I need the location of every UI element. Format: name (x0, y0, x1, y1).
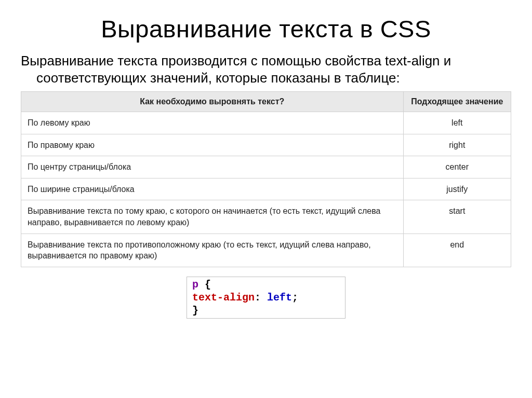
table-row: По центру страницы/блока center (21, 156, 511, 179)
intro-paragraph: Выравнивание текста производится с помощ… (21, 52, 511, 86)
code-selector: p (192, 279, 198, 291)
slide-title: Выравнивание текста в CSS (21, 15, 511, 43)
table-row: Выравнивание текста по тому краю, с кото… (21, 200, 511, 234)
header-description: Как необходимо выровнять текст? (21, 92, 404, 112)
code-example-container: p { text-align: left; } (21, 277, 511, 319)
cell-value: start (403, 200, 511, 234)
header-value: Подходящее значение (403, 92, 511, 112)
code-value: left (267, 292, 292, 304)
cell-value: left (403, 112, 511, 134)
table-row: По правому краю right (21, 134, 511, 156)
code-example: p { text-align: left; } (187, 277, 345, 319)
code-colon: : (255, 292, 267, 304)
table-row: Выравнивание текста по противоположному … (21, 234, 511, 267)
table-header-row: Как необходимо выровнять текст? Подходящ… (21, 92, 511, 112)
cell-description: По ширине страницы/блока (21, 178, 404, 200)
slide: Выравнивание текста в CSS Выравнивание т… (0, 0, 532, 398)
cell-description: По правому краю (21, 134, 404, 156)
text-align-values-table: Как необходимо выровнять текст? Подходящ… (21, 91, 511, 267)
cell-description: По левому краю (21, 112, 404, 134)
table-row: По левому краю left (21, 112, 511, 134)
cell-description: По центру страницы/блока (21, 156, 404, 179)
code-semicolon: ; (292, 292, 298, 304)
table-row: По ширине страницы/блока justify (21, 178, 511, 200)
cell-description: Выравнивание текста по противоположному … (21, 234, 404, 267)
code-open-brace: { (198, 279, 211, 291)
cell-description: Выравнивание текста по тому краю, с кото… (21, 200, 404, 234)
cell-value: center (403, 156, 511, 179)
cell-value: right (403, 134, 511, 156)
code-property: text-align (192, 292, 255, 304)
cell-value: end (403, 234, 511, 267)
cell-value: justify (403, 178, 511, 200)
code-close-brace: } (192, 305, 198, 317)
